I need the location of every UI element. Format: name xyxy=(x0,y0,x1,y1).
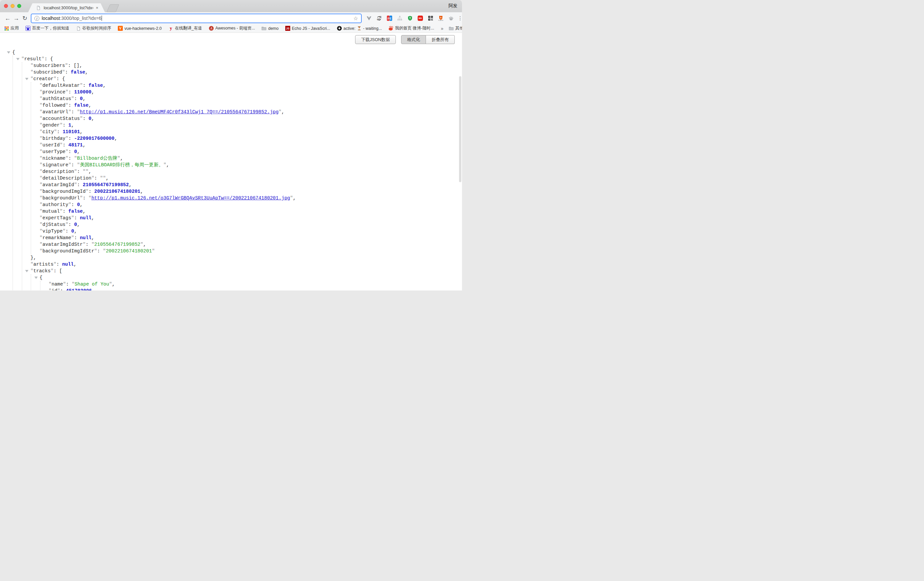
new-tab-button[interactable] xyxy=(107,4,119,12)
json-token: : xyxy=(63,122,68,128)
json-token: " xyxy=(66,89,69,95)
json-token: remarkName xyxy=(42,235,71,240)
collapse-toggle-icon[interactable] xyxy=(25,270,28,272)
vertical-scrollbar[interactable] xyxy=(459,76,461,182)
address-bar[interactable]: i localhost:3000/top_list?idx=6 ☆ xyxy=(31,13,362,23)
json-token: " xyxy=(40,242,43,247)
bookmark-item[interactable]: JSEcho JS - JavaScri... xyxy=(285,26,330,31)
qr-code-icon[interactable] xyxy=(427,15,434,21)
indent-guide xyxy=(40,281,40,290)
json-token: " xyxy=(40,149,43,154)
download-json-button[interactable]: 下载JSON数据 xyxy=(355,35,396,44)
window-close-button[interactable] xyxy=(4,4,8,8)
bookmark-item[interactable]: Vvue-hackernews-2.0 xyxy=(118,26,162,31)
json-token: 2105564767199852 xyxy=(94,242,140,247)
json-line: "signature": "美国BILLBOARD排行榜，每周一更新。", xyxy=(0,162,462,168)
bookmark-item[interactable]: active:- waiting... xyxy=(337,26,382,31)
json-token: false xyxy=(74,103,89,108)
forward-button[interactable]: → xyxy=(12,15,20,22)
bookmark-star-icon[interactable]: ☆ xyxy=(353,15,358,22)
json-token: " xyxy=(66,156,69,161)
collapse-toggle-icon[interactable] xyxy=(7,51,10,54)
json-token: null xyxy=(80,215,91,220)
json-token: result xyxy=(24,56,41,61)
json-line: { xyxy=(0,274,462,281)
json-token: : xyxy=(60,288,66,290)
reload-button[interactable]: ↻ xyxy=(20,15,29,22)
fast-forward-icon[interactable] xyxy=(417,15,423,21)
json-token: " xyxy=(49,288,52,290)
tab-close-icon[interactable]: × xyxy=(96,5,98,10)
collapse-toggle-icon[interactable] xyxy=(35,276,38,279)
json-token: , xyxy=(112,281,115,287)
json-link[interactable]: http://p1.music.126.net/o3G7lWrGBQAvSRt3… xyxy=(91,195,290,201)
bookmark-item[interactable]: 谷歌按时间排序 xyxy=(76,25,112,31)
json-tree: {"result": {"subscribers": [],"subscribe… xyxy=(0,49,462,290)
json-token: artists xyxy=(33,262,54,267)
downloader-icon xyxy=(337,26,342,31)
json-token: " xyxy=(290,195,293,201)
json-token: " xyxy=(40,162,43,167)
json-token: { xyxy=(12,50,15,55)
json-token: false xyxy=(88,83,103,88)
browser-menu-icon[interactable]: ⋮ xyxy=(458,15,462,21)
json-token: { xyxy=(40,275,43,280)
json-token: signature xyxy=(42,162,68,167)
shield-icon[interactable]: T xyxy=(407,15,413,21)
json-token: " xyxy=(40,109,43,114)
json-link[interactable]: http://p1.music.126.net/BmeUMF4Cr0f343lC… xyxy=(80,109,278,114)
json-token: : xyxy=(69,149,74,154)
back-button[interactable]: ← xyxy=(3,15,12,22)
json-token: " xyxy=(40,209,43,214)
json-token: : xyxy=(74,215,80,220)
bookmark-item[interactable]: demo xyxy=(261,26,278,31)
browser-tab[interactable]: localhost:3000/top_list?idx=6 × xyxy=(28,3,105,12)
json-token: name xyxy=(52,281,63,287)
json-line: "mutual": false, xyxy=(0,208,462,215)
json-token: " xyxy=(100,175,103,181)
json-line: "city": 110101, xyxy=(0,129,462,135)
bookmark-item[interactable]: 我的首页 微博-随时... xyxy=(389,25,434,31)
profile-name[interactable]: 阿发 xyxy=(449,3,457,9)
bookmarks-overflow-chevron[interactable]: » xyxy=(441,26,444,31)
json-token: 0 xyxy=(74,149,77,154)
sitemap-icon[interactable] xyxy=(397,15,403,21)
json-token: " xyxy=(40,116,43,121)
collapse-toggle-icon[interactable] xyxy=(25,78,28,80)
format-button[interactable]: 格式化 xyxy=(401,35,426,44)
collapse-all-button[interactable]: 折叠所有 xyxy=(426,35,455,44)
json-token: " xyxy=(51,268,54,274)
json-token: , xyxy=(85,70,88,75)
json-token: , xyxy=(92,288,95,290)
collapse-toggle-icon[interactable] xyxy=(16,58,20,60)
json-token: : xyxy=(83,195,88,201)
translate-icon[interactable]: en英 xyxy=(376,15,382,21)
json-token: }, xyxy=(30,255,36,260)
bookmark-label: demo xyxy=(268,26,278,31)
page-info-icon[interactable]: i xyxy=(35,16,40,21)
vue-gray-icon[interactable] xyxy=(366,15,372,21)
bookmark-item[interactable]: 百度一下，你就知道 xyxy=(25,25,69,31)
window-minimize-button[interactable] xyxy=(11,4,15,8)
json-token: : xyxy=(65,70,71,75)
fe-icon[interactable]: FE xyxy=(386,15,393,21)
json-token: description xyxy=(42,169,74,174)
bookmark-item[interactable]: AAwesomes - 前端资... xyxy=(209,25,255,31)
bookmark-item[interactable]: 应用 xyxy=(4,25,19,31)
bookmark-label: - waiting... xyxy=(363,26,382,31)
json-token: , xyxy=(129,182,132,187)
json-line: "creator": { xyxy=(0,76,462,82)
traffic-lights xyxy=(4,4,21,8)
html5-player-icon[interactable]: 5PLAYER xyxy=(438,15,444,21)
vue-icon: V xyxy=(118,26,123,31)
json-line: "tracks": [ xyxy=(0,268,462,274)
bookmark-item[interactable]: y在线翻译_有道 xyxy=(168,25,202,31)
window-zoom-button[interactable] xyxy=(17,4,21,8)
other-bookmarks-folder[interactable]: 其他书签 xyxy=(449,25,462,31)
json-token: 48171 xyxy=(69,142,83,148)
toolbar: ← → ↻ i localhost:3000/top_list?idx=6 ☆ … xyxy=(0,12,462,24)
paw-icon[interactable] xyxy=(448,15,454,21)
json-token: , xyxy=(114,136,117,141)
url-text[interactable]: localhost:3000/top_list?idx=6 xyxy=(42,16,102,21)
json-line: "defaultAvatar": false, xyxy=(0,82,462,89)
